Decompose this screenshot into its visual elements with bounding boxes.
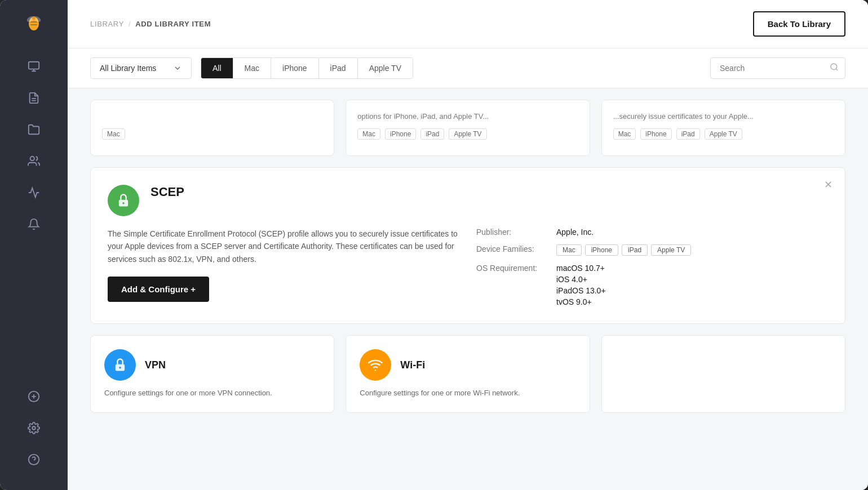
- search-icon: [830, 63, 839, 74]
- header: LIBRARY / ADD LIBRARY ITEM Back To Libra…: [68, 0, 868, 48]
- svg-line-20: [836, 69, 838, 70]
- family-appletv: Apple TV: [651, 244, 691, 256]
- search-wrapper: [710, 57, 845, 79]
- tag-mac: Mac: [102, 128, 125, 140]
- meta-os-requirement: OS Requirement: macOS 10.7+ iOS 4.0+ iPa…: [476, 264, 828, 306]
- family-mac: Mac: [556, 244, 582, 256]
- svg-rect-4: [30, 24, 37, 25]
- vpn-title: VPN: [145, 359, 166, 371]
- tab-iphone[interactable]: iPhone: [271, 58, 319, 78]
- wifi-card-header: Wi-Fi: [360, 349, 575, 381]
- tag-iphone: iPhone: [640, 128, 671, 140]
- os-macos: macOS 10.7+: [556, 264, 606, 273]
- placeholder-card-3: [601, 335, 845, 413]
- close-button[interactable]: ✕: [820, 177, 836, 193]
- breadcrumb-separator: /: [129, 20, 131, 28]
- svg-point-19: [831, 64, 837, 70]
- vpn-card: VPN Configure settings for one or more V…: [90, 335, 334, 413]
- card-3-tags: Mac iPhone iPad Apple TV: [613, 128, 834, 140]
- chevron-down-icon: [173, 64, 182, 73]
- card-2-text: options for iPhone, iPad, and Apple TV..…: [357, 112, 578, 122]
- sidebar-item-reports[interactable]: [20, 84, 47, 112]
- sidebar-item-monitor[interactable]: [20, 53, 47, 80]
- device-families-label: Device Families:: [476, 244, 550, 253]
- svg-point-16: [32, 426, 36, 430]
- dropdown-label: All Library Items: [100, 64, 156, 73]
- tag-mac: Mac: [613, 128, 636, 140]
- back-to-library-button[interactable]: Back To Library: [753, 11, 845, 37]
- breadcrumb-parent: LIBRARY: [90, 20, 124, 28]
- library-filter-dropdown[interactable]: All Library Items: [90, 57, 192, 79]
- os-ipados: iPadOS 13.0+: [556, 286, 606, 295]
- sidebar-item-help[interactable]: [20, 446, 47, 473]
- tag-ipad: iPad: [420, 128, 444, 140]
- tab-all[interactable]: All: [201, 58, 233, 78]
- scep-meta: Publisher: Apple, Inc. Device Families: …: [476, 228, 828, 306]
- device-families-tags: Mac iPhone iPad Apple TV: [556, 244, 691, 256]
- tag-mac: Mac: [357, 128, 380, 140]
- tab-ipad[interactable]: iPad: [319, 58, 358, 78]
- tag-ipad: iPad: [676, 128, 700, 140]
- partial-card-3: ...securely issue certificates to your A…: [601, 100, 845, 156]
- search-input[interactable]: [710, 57, 845, 79]
- tag-appletv: Apple TV: [705, 128, 742, 140]
- sidebar-item-notifications[interactable]: [20, 211, 47, 238]
- svg-rect-7: [29, 62, 39, 69]
- sidebar-nav: [20, 53, 47, 383]
- vpn-card-header: VPN: [104, 349, 320, 381]
- card-2-tags: Mac iPhone iPad Apple TV: [357, 128, 578, 140]
- wifi-icon: [360, 349, 391, 381]
- tab-appletv[interactable]: Apple TV: [358, 58, 413, 78]
- meta-device-families: Device Families: Mac iPhone iPad Apple T…: [476, 244, 828, 256]
- scep-icon: [108, 185, 139, 216]
- os-requirement-label: OS Requirement:: [476, 264, 550, 273]
- vpn-description: Configure settings for one or more VPN c…: [104, 387, 320, 399]
- wifi-card: Wi-Fi Configure settings for one or more…: [346, 335, 590, 413]
- breadcrumb-current: ADD LIBRARY ITEM: [135, 20, 211, 28]
- tag-appletv: Apple TV: [449, 128, 486, 140]
- svg-point-25: [375, 369, 376, 371]
- bottom-cards-row: VPN Configure settings for one or more V…: [90, 335, 845, 413]
- svg-point-24: [119, 367, 121, 369]
- vpn-icon: [104, 349, 136, 381]
- publisher-value: Apple, Inc.: [556, 228, 594, 237]
- svg-point-22: [122, 202, 125, 204]
- wifi-description: Configure settings for one or more Wi-Fi…: [360, 387, 575, 399]
- os-tvos: tvOS 9.0+: [556, 297, 606, 306]
- partial-card-1: Mac: [90, 100, 334, 156]
- tab-mac[interactable]: Mac: [233, 58, 271, 78]
- os-list: macOS 10.7+ iOS 4.0+ iPadOS 13.0+ tvOS 9…: [556, 264, 606, 306]
- sidebar-item-users[interactable]: [20, 148, 47, 175]
- partial-cards-row: Mac options for iPhone, iPad, and Apple …: [90, 100, 845, 156]
- scep-card-header: SCEP: [108, 185, 828, 216]
- app-wrapper: LIBRARY / ADD LIBRARY ITEM Back To Libra…: [0, 0, 868, 490]
- partial-card-2: options for iPhone, iPad, and Apple TV..…: [346, 100, 590, 156]
- sidebar-item-files[interactable]: [20, 116, 47, 143]
- add-configure-button[interactable]: Add & Configure +: [108, 277, 209, 302]
- card-3-text: ...securely issue certificates to your A…: [613, 112, 834, 122]
- family-iphone: iPhone: [585, 244, 618, 256]
- family-ipad: iPad: [622, 244, 648, 256]
- tag-iphone: iPhone: [385, 128, 416, 140]
- svg-rect-3: [30, 21, 37, 23]
- logo: [23, 11, 45, 36]
- svg-point-6: [32, 16, 36, 20]
- svg-point-12: [30, 157, 34, 161]
- content-area: Mac options for iPhone, iPad, and Apple …: [68, 88, 868, 490]
- card-1-tags: Mac: [102, 128, 322, 140]
- scep-title: SCEP: [150, 185, 184, 199]
- scep-description: The Simple Certificate Enrollment Protoc…: [108, 228, 459, 265]
- os-ios: iOS 4.0+: [556, 275, 606, 284]
- scep-card-body: The Simple Certificate Enrollment Protoc…: [108, 228, 828, 306]
- sidebar-item-add[interactable]: [20, 383, 47, 410]
- publisher-label: Publisher:: [476, 228, 550, 237]
- sidebar: [0, 0, 68, 490]
- meta-publisher: Publisher: Apple, Inc.: [476, 228, 828, 237]
- main-content: LIBRARY / ADD LIBRARY ITEM Back To Libra…: [68, 0, 868, 490]
- wifi-title: Wi-Fi: [400, 359, 425, 371]
- sidebar-item-activity[interactable]: [20, 179, 47, 206]
- scep-expanded-card: ✕ SCEP The: [90, 167, 845, 324]
- sidebar-item-settings[interactable]: [20, 415, 47, 442]
- sidebar-bottom: [20, 383, 47, 473]
- toolbar: All Library Items All Mac iPhone iPad Ap…: [68, 48, 868, 88]
